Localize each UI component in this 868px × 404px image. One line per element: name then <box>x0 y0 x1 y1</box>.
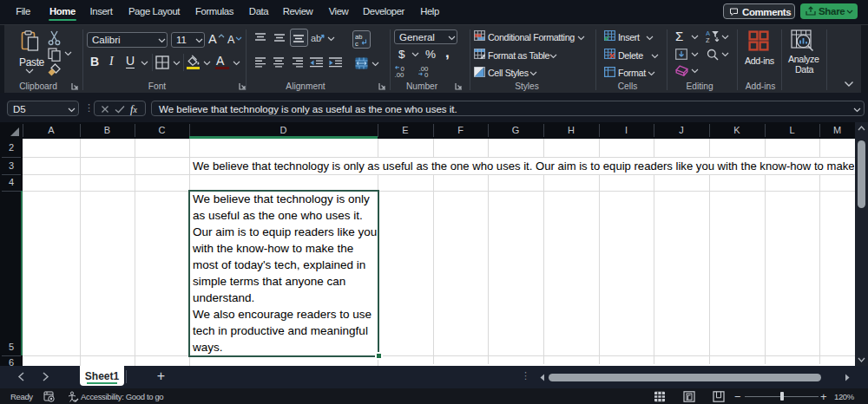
svg-text:0: 0 <box>424 71 429 77</box>
svg-text:.00: .00 <box>395 71 405 77</box>
svg-text:ab: ab <box>311 33 321 43</box>
svg-text:Z: Z <box>706 36 710 43</box>
svg-text:c: c <box>355 40 358 47</box>
